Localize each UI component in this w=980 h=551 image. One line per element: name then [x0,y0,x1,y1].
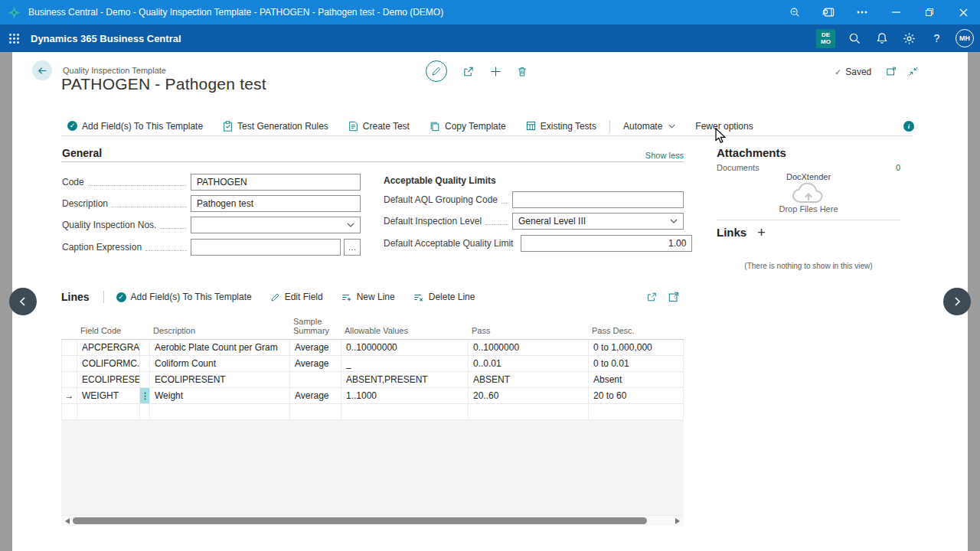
code-input[interactable]: PATHOGEN [191,174,361,191]
default-aql-grouping-code-input[interactable] [512,191,684,208]
cell-description[interactable]: Aerobic Plate Count per Gram [150,340,290,355]
info-icon[interactable]: i [903,121,914,132]
cell-sample-summary[interactable] [290,404,341,419]
cell-field-code[interactable] [77,404,140,419]
cell-allowable-values[interactable]: ABSENT,PRESENT [341,372,469,387]
lines-action-edit-field[interactable]: Edit Field [261,292,332,302]
minimize-icon[interactable] [879,0,913,24]
next-record-button[interactable] [943,288,971,315]
cell-allowable-values[interactable] [341,404,469,419]
cell-description[interactable]: Weight [150,388,290,403]
share-button[interactable] [462,66,475,77]
default-acceptable-quality-limit-input[interactable]: 1.00 [521,235,692,252]
open-in-window-icon[interactable] [886,66,897,77]
share-icon[interactable] [646,292,658,302]
col-allowable-values[interactable]: Allowable Values [341,326,468,339]
app-title[interactable]: Dynamics 365 Business Central [31,33,181,44]
action-automate[interactable]: Automate [613,121,685,132]
lines-action-delete-line[interactable]: Delete Line [404,292,485,302]
edit-button[interactable] [426,60,447,82]
col-pass[interactable]: Pass [468,326,588,339]
close-icon[interactable] [946,0,980,24]
horizontal-scrollbar[interactable] [61,515,684,526]
open-in-new-icon[interactable] [668,292,679,302]
action-copy-template[interactable]: Copy Template [420,121,516,132]
table-row[interactable] [61,404,684,420]
waffle-menu-icon[interactable] [0,24,28,52]
action-create-test[interactable]: Create Test [338,121,420,132]
bell-icon[interactable] [873,30,890,47]
tab-search-icon[interactable] [812,0,845,24]
collapse-icon[interactable] [908,66,919,77]
lines-action-add-fields[interactable]: ✓ Add Field(s) To This Template [107,292,261,302]
cell-description[interactable]: ECOLIPRESENT [150,372,290,387]
scrollbar-thumb[interactable] [73,517,647,524]
default-inspection-level-select[interactable]: General Level III [512,213,684,230]
help-icon[interactable]: ? [928,30,946,47]
documents-count[interactable]: 0 [896,163,900,172]
cell-pass-desc[interactable]: 0 to 0.01 [589,356,684,371]
cell-field-code[interactable]: WEIGHT [77,388,140,403]
row-menu-cell[interactable] [140,340,150,355]
row-selector-cell[interactable] [62,404,77,419]
cell-field-code[interactable]: APCPERGRAM [77,340,140,355]
cell-field-code[interactable]: COLIFORMC... [77,356,140,371]
cell-allowable-values[interactable]: _ [341,356,469,371]
row-selector-cell[interactable] [62,372,77,387]
new-button[interactable] [490,66,501,77]
action-add-fields[interactable]: ✓ Add Field(s) To This Template [61,121,213,132]
action-test-generation-rules[interactable]: Test Generation Rules [213,121,338,132]
row-selector-cell[interactable] [62,340,77,355]
col-pass-desc[interactable]: Pass Desc. [588,326,683,339]
scroll-right-icon[interactable] [675,518,680,524]
col-description[interactable]: Description [149,326,289,339]
col-field-code[interactable]: Field Code [77,326,139,339]
action-existing-tests[interactable]: Existing Tests [516,121,606,132]
row-menu-cell[interactable] [140,404,150,419]
restore-icon[interactable] [913,0,946,24]
environment-badge[interactable]: DE MO [816,29,835,48]
show-less-link[interactable]: Show less [621,151,684,160]
previous-record-button[interactable] [9,288,37,315]
scroll-left-icon[interactable] [65,518,70,524]
table-row[interactable]: ECOLIPRESENT ECOLIPRESENT ABSENT,PRESENT… [61,372,684,388]
cell-description[interactable]: Coliform Count [150,356,290,371]
cell-allowable-values[interactable]: 0..10000000 [341,340,469,355]
cell-pass[interactable]: 20..60 [469,388,589,403]
more-icon[interactable] [845,0,879,24]
cell-pass[interactable]: 0..1000000 [469,340,589,355]
avatar[interactable]: MH [956,29,974,47]
row-selector-cell[interactable]: → [62,388,77,403]
cell-pass[interactable]: 0..0.01 [469,356,589,371]
row-menu-cell[interactable] [140,372,150,387]
cell-sample-summary[interactable] [290,372,341,387]
table-row[interactable]: → WEIGHT ⋮ Weight Average 1..1000 20..60… [61,388,684,404]
table-row[interactable]: COLIFORMC... Coliform Count Average _ 0.… [61,356,684,372]
upload-cloud-icon[interactable] [717,181,900,204]
cell-pass-desc[interactable]: 0 to 1,000,000 [589,340,684,355]
assist-edit-button[interactable]: … [344,239,361,256]
cell-pass-desc[interactable]: 20 to 60 [589,388,684,403]
caption-expression-input[interactable] [191,239,341,256]
zoom-search-icon[interactable] [778,0,812,24]
add-link-icon[interactable]: + [757,227,766,238]
description-input[interactable]: Pathogen test [191,195,361,212]
cell-allowable-values[interactable]: 1..1000 [341,388,469,403]
row-selector-cell[interactable] [62,356,77,371]
col-sample-summary[interactable]: Sample Summary [289,317,341,339]
cell-sample-summary[interactable]: Average [290,356,341,371]
cell-pass[interactable]: ABSENT [469,372,589,387]
back-button[interactable] [32,60,52,80]
cell-pass[interactable] [469,404,589,419]
cell-sample-summary[interactable]: Average [290,340,341,355]
cell-field-code[interactable]: ECOLIPRESENT [77,372,140,387]
delete-button[interactable] [517,66,528,77]
row-menu-cell[interactable] [140,356,150,371]
search-icon[interactable] [845,30,863,47]
cell-sample-summary[interactable]: Average [290,388,341,403]
cell-description[interactable] [150,404,290,419]
lines-action-new-line[interactable]: New Line [332,292,404,302]
row-menu-cell[interactable]: ⋮ [140,388,150,403]
gear-icon[interactable] [900,30,918,47]
quality-inspection-nos-select[interactable] [191,217,361,233]
